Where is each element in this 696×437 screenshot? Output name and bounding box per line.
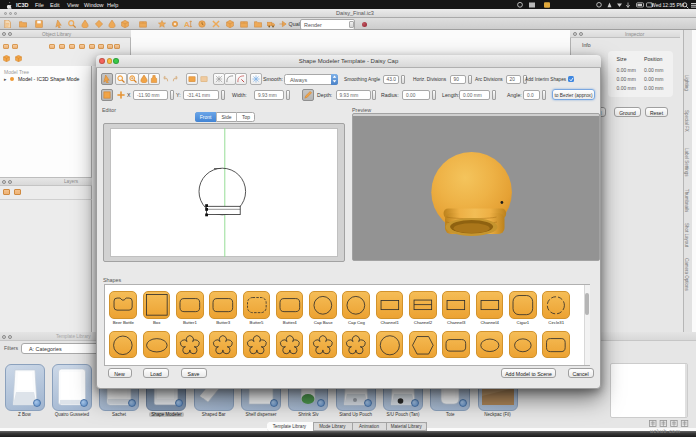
svg-text:A: A: [184, 20, 190, 28]
